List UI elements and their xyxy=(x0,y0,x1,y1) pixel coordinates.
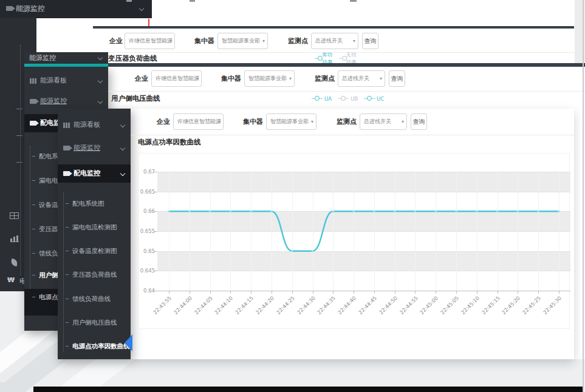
won-currency-icon: ₩ xyxy=(7,276,15,285)
chart-card: 22:43:5522:44:0022:44:0522:44:1022:44:15… xyxy=(139,153,570,329)
kanban-icon xyxy=(30,78,36,84)
dropdown-caret-icon: ▾ xyxy=(402,114,404,129)
query-button[interactable]: 查询 xyxy=(362,33,378,49)
data-point-marker xyxy=(558,211,559,212)
data-point-marker xyxy=(455,211,457,212)
sidebar-group-label: 能源监控 xyxy=(74,144,100,152)
line-marker-icon[interactable] xyxy=(312,96,323,101)
point-label: 监测点 xyxy=(315,70,335,87)
tree-guide-line xyxy=(20,45,21,275)
data-point-marker xyxy=(517,211,519,212)
sidebar-group-1[interactable]: 能源监控 xyxy=(24,93,108,109)
data-point-marker xyxy=(414,211,416,212)
company-label: 企业 xyxy=(135,70,148,87)
point-label: 监测点 xyxy=(337,113,357,130)
line-marker-icon[interactable] xyxy=(338,96,349,101)
power-factor-chart: 22:43:5522:44:0022:44:0522:44:1022:44:15… xyxy=(139,154,570,329)
clipped-top-mark xyxy=(126,0,132,2)
point-select[interactable]: 总进线开关▾ xyxy=(338,70,385,87)
video-monitor-icon xyxy=(30,99,36,104)
chevron-down-icon xyxy=(98,55,103,60)
data-point-marker xyxy=(496,211,498,212)
sidebar-group-1[interactable]: 能源监控 xyxy=(58,140,131,156)
company-select[interactable]: 许继信息智慧能源▾ xyxy=(151,70,202,87)
dropdown-caret-icon: ▾ xyxy=(169,33,172,49)
clipped-top-mark xyxy=(190,0,195,2)
data-point-marker xyxy=(312,250,313,252)
company-select[interactable]: 许继信息智慧能源▾ xyxy=(173,113,224,130)
chart-legend: 有功功率 无功功率 xyxy=(315,55,357,63)
collector-select[interactable]: 智慧能源事业部▾ xyxy=(217,33,268,49)
dropdown-caret-icon: ▾ xyxy=(262,33,265,49)
data-point-marker xyxy=(188,211,190,212)
separator xyxy=(131,135,574,135)
bar-chart-icon[interactable] xyxy=(10,235,19,242)
data-point-marker xyxy=(230,211,231,212)
sidebar-group-label: 能源看板 xyxy=(40,76,67,84)
query-button[interactable]: 查询 xyxy=(411,113,427,130)
legend-item: UC xyxy=(364,96,384,102)
video-monitor-icon xyxy=(6,6,13,11)
data-point-marker xyxy=(373,211,375,212)
dropdown-caret-icon: ▾ xyxy=(380,71,382,86)
query-button[interactable]: 查询 xyxy=(389,70,405,87)
data-point-marker xyxy=(168,211,169,212)
legend-item: UA xyxy=(312,96,332,102)
sidebar-child-5[interactable]: 用户侧电压曲线 xyxy=(58,314,131,330)
video-monitor-icon xyxy=(30,121,36,126)
point-label: 监测点 xyxy=(288,33,308,49)
sidebar-child-6[interactable]: 电源点功率因数曲线 xyxy=(58,338,131,354)
collector-label: 集中器 xyxy=(194,33,214,49)
selected-item-arrow-icon xyxy=(125,334,132,351)
bottom-black-bar xyxy=(33,387,583,392)
company-select[interactable]: 许继信息智慧能源▾ xyxy=(125,33,175,49)
separator xyxy=(108,91,585,92)
film-icon[interactable] xyxy=(10,212,19,219)
legend-item: UB xyxy=(338,96,358,102)
chart-title: 电源点功率因数曲线 xyxy=(138,138,201,147)
chevron-down-icon xyxy=(98,78,103,83)
sidebar-menu: 能源看板能源监控配电监控配电系统图漏电电流检测图设备温度检测图变压器负荷曲线馈线… xyxy=(58,109,131,359)
data-point-marker xyxy=(352,211,354,212)
collector-select[interactable]: 智慧能源事业部▾ xyxy=(266,113,316,130)
sidebar-item-label: 能源监控 xyxy=(29,54,56,62)
base-sidebar-item-label: 能源监控 xyxy=(16,0,45,18)
sidebar-child-4[interactable]: 馈线负荷曲线 xyxy=(58,291,131,306)
sidebar-item-energy-monitor[interactable]: 能源监控 xyxy=(24,52,108,64)
data-point-marker xyxy=(270,211,272,212)
chart-legend: UA UB UC xyxy=(312,95,384,103)
dropdown-caret-icon: ▾ xyxy=(289,71,292,86)
base-sidebar-top-item[interactable]: 能源监控 xyxy=(0,0,152,18)
red-cursor-mark xyxy=(148,19,149,26)
sidebar-child-3[interactable]: 变压器负荷曲线 xyxy=(58,266,131,282)
data-point-marker xyxy=(394,211,395,212)
line-marker-icon[interactable] xyxy=(364,96,375,101)
sidebar-group-2[interactable]: 配电监控 xyxy=(58,164,131,183)
legend-label[interactable]: UB xyxy=(351,96,358,102)
point-select[interactable]: 总进线开关▾ xyxy=(311,33,358,49)
data-point-marker xyxy=(476,211,477,212)
tree-tick xyxy=(16,135,22,136)
sidebar-child-0[interactable]: 配电系统图 xyxy=(58,195,131,211)
tree-tick xyxy=(16,162,22,163)
line-marker-icon[interactable] xyxy=(315,56,320,61)
sidebar-child-2[interactable]: 设备温度检测图 xyxy=(58,243,131,259)
collector-select[interactable]: 智慧能源事业部▾ xyxy=(244,70,295,87)
sidebar-group-0[interactable]: 能源看板 xyxy=(24,73,108,89)
kanban-icon xyxy=(63,123,70,128)
leaf-icon[interactable] xyxy=(10,259,18,266)
legend-label[interactable]: UA xyxy=(324,96,332,102)
data-point-marker xyxy=(250,211,252,212)
tree-tick xyxy=(16,109,22,109)
line-marker-icon[interactable] xyxy=(339,56,344,61)
chevron-down-icon xyxy=(120,146,125,150)
clipped-top-mark xyxy=(350,0,357,2)
data-point-marker xyxy=(209,211,211,212)
legend-label[interactable]: UC xyxy=(377,96,384,102)
point-select[interactable]: 总进线开关▾ xyxy=(360,113,407,130)
chart-title: 用户侧电压曲线 xyxy=(111,94,160,103)
separator xyxy=(93,52,574,53)
sidebar-group-0[interactable]: 能源看板 xyxy=(58,117,131,133)
sidebar-group-label: 能源看板 xyxy=(74,121,100,129)
sidebar-child-1[interactable]: 漏电电流检测图 xyxy=(58,219,131,235)
